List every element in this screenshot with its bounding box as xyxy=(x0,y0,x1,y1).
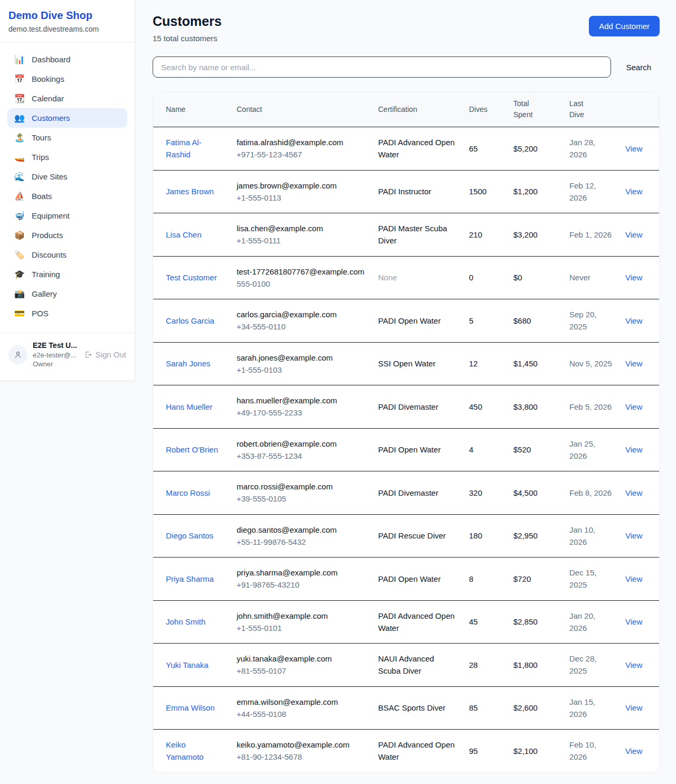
dives-count: 210 xyxy=(469,230,482,239)
customer-name-link[interactable]: Diego Santos xyxy=(166,531,213,540)
view-link[interactable]: View xyxy=(625,445,642,454)
view-link[interactable]: View xyxy=(625,316,642,325)
view-link[interactable]: View xyxy=(625,144,642,153)
table-header: Name Contact Certification Dives Total S… xyxy=(153,92,660,127)
customer-email: lisa.chen@example.com xyxy=(237,222,365,234)
view-link[interactable]: View xyxy=(625,273,642,282)
search-button[interactable]: Search xyxy=(626,63,651,72)
view-link[interactable]: View xyxy=(625,531,642,540)
avatar xyxy=(8,345,27,364)
customer-name-link[interactable]: Emma Wilson xyxy=(166,703,215,712)
certification: PADI Open Water xyxy=(378,316,440,325)
sidebar-item-discounts[interactable]: 🏷️ Discounts xyxy=(7,245,127,265)
view-link[interactable]: View xyxy=(625,660,642,669)
customer-name-link[interactable]: James Brown xyxy=(166,187,214,196)
sidebar-item-trips[interactable]: 🚤 Trips xyxy=(7,147,127,167)
customer-name-link[interactable]: Fatima Al-Rashid xyxy=(166,138,202,159)
last-dive-date: Sep 20, 2025 xyxy=(569,310,597,331)
sidebar-item-label: Customers xyxy=(32,114,70,122)
page-header: Customers 15 total customers Add Custome… xyxy=(153,14,660,43)
view-link[interactable]: View xyxy=(625,187,642,196)
customer-email: test-1772681807767@example.com xyxy=(237,266,365,278)
sidebar-user-footer: E2E Test U... e2e-tester@... Owner Sign … xyxy=(0,333,135,377)
view-link[interactable]: View xyxy=(625,703,642,712)
dives-count: 320 xyxy=(469,488,482,497)
table-row: Lisa Chen lisa.chen@example.com +1-555-0… xyxy=(153,213,660,257)
sidebar-item-training[interactable]: 🎓 Training xyxy=(7,265,127,284)
sidebar-item-label: Dashboard xyxy=(32,55,70,64)
calendar-icon: 📅 xyxy=(14,75,25,83)
sidebar-item-equipment[interactable]: 🤿 Equipment xyxy=(7,206,127,225)
sidebar-item-tours[interactable]: 🏝️ Tours xyxy=(7,128,127,147)
customer-email: yuki.tanaka@example.com xyxy=(237,653,365,665)
add-customer-button[interactable]: Add Customer xyxy=(589,16,660,36)
sign-out-label: Sign Out xyxy=(96,350,126,359)
view-link[interactable]: View xyxy=(625,359,642,368)
sidebar-item-bookings[interactable]: 📅 Bookings xyxy=(7,69,127,89)
table-row: Marco Rossi marco.rossi@example.com +39-… xyxy=(153,471,660,515)
customer-phone: +1-555-0103 xyxy=(237,364,365,376)
table-row: Hans Mueller hans.mueller@example.com +4… xyxy=(153,385,660,429)
brand-block: Demo Dive Shop demo.test.divestreams.com xyxy=(0,0,135,42)
last-dive-date: Jan 25, 2026 xyxy=(569,439,595,460)
search-row: Search xyxy=(153,56,660,78)
sidebar: Demo Dive Shop demo.test.divestreams.com… xyxy=(0,0,135,381)
sidebar-item-products[interactable]: 📦 Products xyxy=(7,225,127,245)
sidebar-item-gallery[interactable]: 📸 Gallery xyxy=(7,284,127,304)
view-link[interactable]: View xyxy=(625,574,642,583)
view-link[interactable]: View xyxy=(625,230,642,239)
certification: PADI Advanced Open Water xyxy=(378,611,455,632)
customer-name-link[interactable]: John Smith xyxy=(166,617,205,626)
table-header-row: Name Contact Certification Dives Total S… xyxy=(153,92,660,127)
view-link[interactable]: View xyxy=(625,747,642,755)
customer-name-link[interactable]: Marco Rossi xyxy=(166,488,210,497)
sidebar-item-dashboard[interactable]: 📊 Dashboard xyxy=(7,50,127,69)
sidebar-item-label: Training xyxy=(32,270,60,279)
dives-count: 45 xyxy=(469,617,478,626)
customer-phone: +1-555-0111 xyxy=(237,234,365,247)
certification: BSAC Sports Diver xyxy=(378,703,446,712)
customer-email: carlos.garcia@example.com xyxy=(237,308,365,320)
customer-name-link[interactable]: Hans Mueller xyxy=(166,402,212,411)
customer-phone: 555-0100 xyxy=(237,278,365,290)
sidebar-item-calendar[interactable]: 📆 Calendar xyxy=(7,89,127,108)
main-content: Customers 15 total customers Add Custome… xyxy=(135,0,676,781)
customer-name-link[interactable]: Lisa Chen xyxy=(166,230,202,239)
view-link[interactable]: View xyxy=(625,488,642,497)
sidebar-item-customers[interactable]: 👥 Customers xyxy=(7,108,127,128)
last-dive-date: Feb 1, 2026 xyxy=(569,230,612,239)
sidebar-item-dive-sites[interactable]: 🌊 Dive Sites xyxy=(7,167,127,186)
wave-icon: 🌊 xyxy=(14,173,25,181)
customer-phone: +1-555-0101 xyxy=(237,622,365,634)
certification: NAUI Advanced Scuba Diver xyxy=(378,654,434,675)
last-dive-date: Dec 15, 2025 xyxy=(569,568,597,589)
customer-name-link[interactable]: Test Customer xyxy=(166,273,217,282)
table-row: Yuki Tanaka yuki.tanaka@example.com +81-… xyxy=(153,644,660,687)
camera-icon: 📸 xyxy=(14,290,25,298)
col-header-contact: Contact xyxy=(230,92,372,127)
customer-name-link[interactable]: Priya Sharma xyxy=(166,574,214,583)
diving-mask-icon: 🤿 xyxy=(14,212,25,220)
customer-email: john.smith@example.com xyxy=(237,610,365,622)
sidebar-item-pos[interactable]: 💳 POS xyxy=(7,304,127,323)
view-link[interactable]: View xyxy=(625,402,642,411)
customer-phone: +353-87-555-1234 xyxy=(237,450,365,462)
user-name: E2E Test U... xyxy=(33,341,77,351)
view-link[interactable]: View xyxy=(625,617,642,626)
sign-out-button[interactable]: Sign Out xyxy=(84,350,126,359)
sidebar-item-label: Products xyxy=(32,231,63,240)
sidebar-item-label: Calendar xyxy=(32,94,64,103)
customer-email: robert.obrien@example.com xyxy=(237,438,365,450)
search-input[interactable] xyxy=(153,56,611,78)
customer-name-link[interactable]: Carlos Garcia xyxy=(166,316,214,325)
certification: PADI Rescue Diver xyxy=(378,531,446,540)
sidebar-item-boats[interactable]: ⛵ Boats xyxy=(7,186,127,206)
customer-name-link[interactable]: Keiko Yamamoto xyxy=(166,740,203,761)
user-info: E2E Test U... e2e-tester@... Owner xyxy=(33,341,77,369)
last-dive-date: Feb 8, 2026 xyxy=(569,488,612,497)
customer-name-link[interactable]: Sarah Jones xyxy=(166,359,210,368)
total-spent: $1,800 xyxy=(513,660,538,669)
customer-name-link[interactable]: Yuki Tanaka xyxy=(166,660,209,669)
customer-name-link[interactable]: Robert O'Brien xyxy=(166,445,218,454)
certification: PADI Divemaster xyxy=(378,488,438,497)
